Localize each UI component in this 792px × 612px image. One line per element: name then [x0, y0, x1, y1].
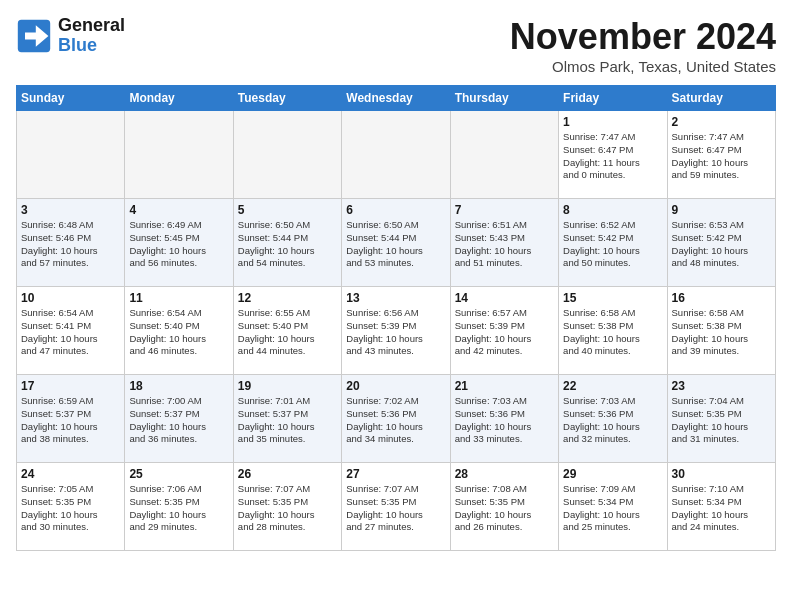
week-row-1: 1Sunrise: 7:47 AM Sunset: 6:47 PM Daylig… [17, 111, 776, 199]
calendar-cell: 15Sunrise: 6:58 AM Sunset: 5:38 PM Dayli… [559, 287, 667, 375]
day-number: 24 [21, 467, 120, 481]
calendar-cell: 3Sunrise: 6:48 AM Sunset: 5:46 PM Daylig… [17, 199, 125, 287]
day-number: 30 [672, 467, 771, 481]
day-number: 18 [129, 379, 228, 393]
calendar-cell: 20Sunrise: 7:02 AM Sunset: 5:36 PM Dayli… [342, 375, 450, 463]
calendar-cell: 28Sunrise: 7:08 AM Sunset: 5:35 PM Dayli… [450, 463, 558, 551]
day-info: Sunrise: 6:51 AM Sunset: 5:43 PM Dayligh… [455, 219, 554, 270]
calendar-cell: 12Sunrise: 6:55 AM Sunset: 5:40 PM Dayli… [233, 287, 341, 375]
day-number: 3 [21, 203, 120, 217]
week-row-2: 3Sunrise: 6:48 AM Sunset: 5:46 PM Daylig… [17, 199, 776, 287]
location: Olmos Park, Texas, United States [510, 58, 776, 75]
day-number: 2 [672, 115, 771, 129]
calendar-cell: 7Sunrise: 6:51 AM Sunset: 5:43 PM Daylig… [450, 199, 558, 287]
calendar-cell: 4Sunrise: 6:49 AM Sunset: 5:45 PM Daylig… [125, 199, 233, 287]
calendar-cell: 18Sunrise: 7:00 AM Sunset: 5:37 PM Dayli… [125, 375, 233, 463]
day-info: Sunrise: 6:48 AM Sunset: 5:46 PM Dayligh… [21, 219, 120, 270]
day-number: 15 [563, 291, 662, 305]
logo-line1: General [58, 16, 125, 36]
day-info: Sunrise: 6:58 AM Sunset: 5:38 PM Dayligh… [563, 307, 662, 358]
calendar-cell [342, 111, 450, 199]
day-number: 25 [129, 467, 228, 481]
day-number: 26 [238, 467, 337, 481]
day-info: Sunrise: 7:07 AM Sunset: 5:35 PM Dayligh… [238, 483, 337, 534]
day-number: 27 [346, 467, 445, 481]
calendar-cell: 19Sunrise: 7:01 AM Sunset: 5:37 PM Dayli… [233, 375, 341, 463]
calendar-cell: 11Sunrise: 6:54 AM Sunset: 5:40 PM Dayli… [125, 287, 233, 375]
day-number: 22 [563, 379, 662, 393]
month-title: November 2024 [510, 16, 776, 58]
calendar-cell: 25Sunrise: 7:06 AM Sunset: 5:35 PM Dayli… [125, 463, 233, 551]
day-info: Sunrise: 6:49 AM Sunset: 5:45 PM Dayligh… [129, 219, 228, 270]
day-info: Sunrise: 7:03 AM Sunset: 5:36 PM Dayligh… [455, 395, 554, 446]
day-info: Sunrise: 7:47 AM Sunset: 6:47 PM Dayligh… [672, 131, 771, 182]
calendar-cell [17, 111, 125, 199]
weekday-header-wednesday: Wednesday [342, 86, 450, 111]
day-info: Sunrise: 6:54 AM Sunset: 5:40 PM Dayligh… [129, 307, 228, 358]
day-info: Sunrise: 7:10 AM Sunset: 5:34 PM Dayligh… [672, 483, 771, 534]
calendar-cell: 13Sunrise: 6:56 AM Sunset: 5:39 PM Dayli… [342, 287, 450, 375]
day-number: 19 [238, 379, 337, 393]
day-number: 13 [346, 291, 445, 305]
logo: General Blue [16, 16, 125, 56]
calendar-cell: 23Sunrise: 7:04 AM Sunset: 5:35 PM Dayli… [667, 375, 775, 463]
day-info: Sunrise: 6:55 AM Sunset: 5:40 PM Dayligh… [238, 307, 337, 358]
day-number: 8 [563, 203, 662, 217]
day-number: 12 [238, 291, 337, 305]
day-info: Sunrise: 6:52 AM Sunset: 5:42 PM Dayligh… [563, 219, 662, 270]
day-number: 10 [21, 291, 120, 305]
day-info: Sunrise: 6:50 AM Sunset: 5:44 PM Dayligh… [346, 219, 445, 270]
title-area: November 2024 Olmos Park, Texas, United … [510, 16, 776, 75]
day-info: Sunrise: 6:57 AM Sunset: 5:39 PM Dayligh… [455, 307, 554, 358]
calendar-cell: 6Sunrise: 6:50 AM Sunset: 5:44 PM Daylig… [342, 199, 450, 287]
day-info: Sunrise: 7:04 AM Sunset: 5:35 PM Dayligh… [672, 395, 771, 446]
day-info: Sunrise: 7:00 AM Sunset: 5:37 PM Dayligh… [129, 395, 228, 446]
header: General Blue November 2024 Olmos Park, T… [16, 16, 776, 75]
calendar-cell: 16Sunrise: 6:58 AM Sunset: 5:38 PM Dayli… [667, 287, 775, 375]
calendar-cell: 29Sunrise: 7:09 AM Sunset: 5:34 PM Dayli… [559, 463, 667, 551]
day-info: Sunrise: 7:08 AM Sunset: 5:35 PM Dayligh… [455, 483, 554, 534]
weekday-header-saturday: Saturday [667, 86, 775, 111]
logo-line2: Blue [58, 36, 125, 56]
calendar-cell [450, 111, 558, 199]
weekday-header-row: SundayMondayTuesdayWednesdayThursdayFrid… [17, 86, 776, 111]
day-info: Sunrise: 6:53 AM Sunset: 5:42 PM Dayligh… [672, 219, 771, 270]
day-number: 11 [129, 291, 228, 305]
day-info: Sunrise: 6:58 AM Sunset: 5:38 PM Dayligh… [672, 307, 771, 358]
day-number: 23 [672, 379, 771, 393]
calendar-cell: 5Sunrise: 6:50 AM Sunset: 5:44 PM Daylig… [233, 199, 341, 287]
day-info: Sunrise: 7:01 AM Sunset: 5:37 PM Dayligh… [238, 395, 337, 446]
day-number: 28 [455, 467, 554, 481]
logo-text: General Blue [58, 16, 125, 56]
calendar-cell: 26Sunrise: 7:07 AM Sunset: 5:35 PM Dayli… [233, 463, 341, 551]
day-info: Sunrise: 6:54 AM Sunset: 5:41 PM Dayligh… [21, 307, 120, 358]
calendar-cell: 2Sunrise: 7:47 AM Sunset: 6:47 PM Daylig… [667, 111, 775, 199]
calendar-cell: 17Sunrise: 6:59 AM Sunset: 5:37 PM Dayli… [17, 375, 125, 463]
calendar-cell: 1Sunrise: 7:47 AM Sunset: 6:47 PM Daylig… [559, 111, 667, 199]
calendar-cell: 27Sunrise: 7:07 AM Sunset: 5:35 PM Dayli… [342, 463, 450, 551]
weekday-header-tuesday: Tuesday [233, 86, 341, 111]
calendar-cell: 8Sunrise: 6:52 AM Sunset: 5:42 PM Daylig… [559, 199, 667, 287]
day-number: 20 [346, 379, 445, 393]
calendar-cell: 10Sunrise: 6:54 AM Sunset: 5:41 PM Dayli… [17, 287, 125, 375]
day-number: 29 [563, 467, 662, 481]
day-number: 17 [21, 379, 120, 393]
weekday-header-thursday: Thursday [450, 86, 558, 111]
day-number: 5 [238, 203, 337, 217]
day-info: Sunrise: 7:09 AM Sunset: 5:34 PM Dayligh… [563, 483, 662, 534]
calendar-cell: 21Sunrise: 7:03 AM Sunset: 5:36 PM Dayli… [450, 375, 558, 463]
calendar-cell [233, 111, 341, 199]
calendar-cell: 24Sunrise: 7:05 AM Sunset: 5:35 PM Dayli… [17, 463, 125, 551]
calendar-cell: 30Sunrise: 7:10 AM Sunset: 5:34 PM Dayli… [667, 463, 775, 551]
logo-icon [16, 18, 52, 54]
day-number: 16 [672, 291, 771, 305]
calendar-cell: 14Sunrise: 6:57 AM Sunset: 5:39 PM Dayli… [450, 287, 558, 375]
weekday-header-friday: Friday [559, 86, 667, 111]
day-info: Sunrise: 7:47 AM Sunset: 6:47 PM Dayligh… [563, 131, 662, 182]
calendar-cell: 9Sunrise: 6:53 AM Sunset: 5:42 PM Daylig… [667, 199, 775, 287]
day-info: Sunrise: 7:07 AM Sunset: 5:35 PM Dayligh… [346, 483, 445, 534]
calendar-table: SundayMondayTuesdayWednesdayThursdayFrid… [16, 85, 776, 551]
day-number: 21 [455, 379, 554, 393]
day-number: 4 [129, 203, 228, 217]
calendar-cell [125, 111, 233, 199]
